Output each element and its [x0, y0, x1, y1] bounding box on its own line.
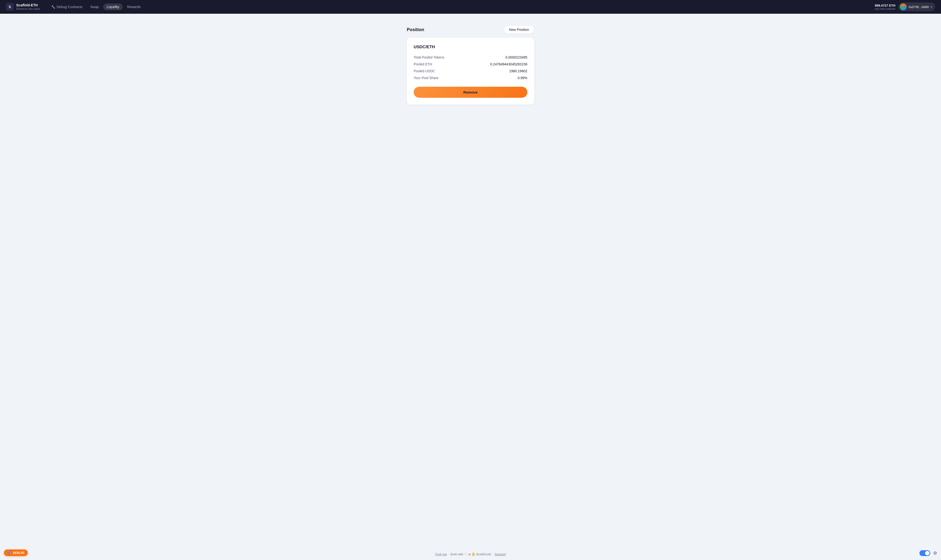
wallet-avatar: [900, 3, 907, 10]
nav-links: 🔧 Debug Contracts Swap Liquidity Rewards: [48, 3, 867, 10]
chevron-down-icon: ▾: [931, 5, 932, 9]
footer-built-with: · Built with ♡ at 🖐 BuidlGuidl ·: [449, 552, 493, 556]
nav-liquidity[interactable]: Liquidity: [103, 3, 123, 10]
toggle-thumb: [925, 551, 929, 555]
brand-subtitle: Ethereum dev stack: [16, 7, 40, 11]
wallet-balance: 999.4727 ETH unix-fork-mainnet: [875, 4, 895, 10]
wallet-address-button[interactable]: 0xD78f...A868 ▾: [898, 2, 935, 11]
nav-swap[interactable]: Swap: [87, 3, 102, 10]
stat-value-pool-share: 0.99%: [517, 76, 527, 80]
stat-value-pooled-usdc: 1980.19802: [509, 69, 527, 73]
position-card: USDC/ETH Total Pooled Tokens 0.000022349…: [407, 38, 534, 105]
nav-debug-contracts[interactable]: 🔧 Debug Contracts: [48, 3, 86, 10]
new-position-button[interactable]: New Position: [504, 26, 534, 34]
position-title: Position: [407, 27, 424, 32]
stat-row-pooled-eth: Pooled ETH 0.247649443045283156: [414, 62, 527, 66]
debug-icon: 🔧: [51, 5, 55, 9]
brand-logo[interactable]: S Scaffold-ETH Ethereum dev stack: [6, 3, 40, 11]
nav-rewards[interactable]: Rewards: [124, 3, 144, 10]
stat-label-pooled-eth: Pooled ETH: [414, 62, 432, 66]
pair-name: USDC/ETH: [414, 45, 527, 49]
position-header: Position New Position: [407, 26, 534, 34]
footer: Fork me · Built with ♡ at 🖐 BuidlGuidl ·…: [0, 548, 941, 560]
pool-stats: Total Pooled Tokens 0.0000223495 Pooled …: [414, 55, 527, 80]
brand-icon: S: [6, 3, 14, 11]
wallet-network: unix-fork-mainnet: [875, 7, 895, 10]
brand-title: Scaffold-ETH: [16, 3, 40, 7]
stat-label-total-pooled: Total Pooled Tokens: [414, 55, 444, 59]
badge-value: 2635.80: [13, 551, 24, 555]
position-container: Position New Position USDC/ETH Total Poo…: [407, 26, 534, 105]
bottom-right-controls: ⚙: [919, 550, 937, 556]
support-link[interactable]: Support: [495, 552, 506, 556]
badge-icon: 🔮: [7, 551, 11, 555]
remove-button[interactable]: Remove: [414, 87, 527, 98]
stat-row-pool-share: Your Pool Share 0.99%: [414, 76, 527, 80]
stat-row-total-pooled: Total Pooled Tokens 0.0000223495: [414, 55, 527, 59]
stat-row-pooled-usdc: Pooled USDC 1980.19802: [414, 69, 527, 73]
wallet-eth-balance: 999.4727 ETH: [875, 4, 895, 7]
bottom-price-badge[interactable]: 🔮 2635.80: [4, 549, 28, 556]
theme-toggle[interactable]: [919, 550, 930, 556]
stat-value-pooled-eth: 0.247649443045283156: [490, 62, 527, 66]
stat-value-total-pooled: 0.0000223495: [505, 55, 527, 59]
stat-label-pooled-usdc: Pooled USDC: [414, 69, 435, 73]
main-content: Position New Position USDC/ETH Total Poo…: [0, 14, 941, 548]
settings-icon[interactable]: ⚙: [933, 551, 937, 556]
wallet-addr-text: 0xD78f...A868: [909, 5, 929, 9]
navbar: S Scaffold-ETH Ethereum dev stack 🔧 Debu…: [0, 0, 941, 14]
stat-label-pool-share: Your Pool Share: [414, 76, 438, 80]
fork-me-link[interactable]: Fork me: [435, 552, 447, 556]
wallet-section: 999.4727 ETH unix-fork-mainnet 0xD78f...…: [875, 2, 935, 11]
